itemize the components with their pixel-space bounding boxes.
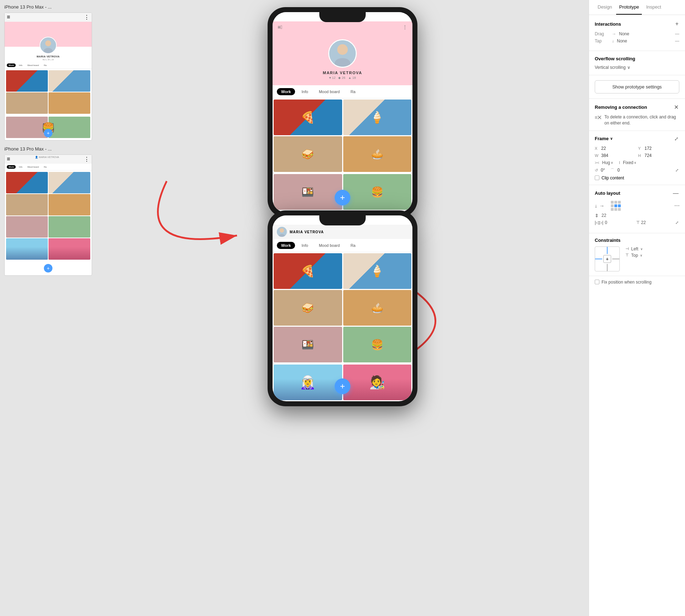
al-individual-btn[interactable]: ⤢ [675,220,679,226]
phone-tab-work-top[interactable]: Work [277,88,295,95]
show-proto-btn[interactable]: Show prototype settings [595,80,679,93]
thumb-filter-icon-2: ≡ [7,156,10,163]
al-align-grid[interactable] [611,201,621,211]
phone-tab-mood-top[interactable]: Mood board [315,88,344,95]
hug-h-chevron: ∨ [611,161,613,164]
phone-tab-work-bottom[interactable]: Work [277,242,295,249]
al-pad-tb[interactable]: ⊤ 22 [636,220,646,225]
right-panel: Design Prototype Inspect Interactions + … [589,0,685,616]
overflow-value[interactable]: Vertical scrolling ∨ [595,65,679,70]
clip-checkbox[interactable] [595,175,599,180]
interactions-section: Interactions + Drag → None — Tap ↓ None … [589,15,685,51]
thumb-cell-2-1 [6,172,48,193]
al-more-btn[interactable] [675,205,679,206]
add-fab-bottom[interactable]: + [335,378,350,394]
c-horizontal[interactable]: ⊣ Left ∨ [625,246,643,251]
compact-avatar [277,227,287,237]
thumb-tab-info-2[interactable]: Info [17,165,24,169]
drag-remove[interactable]: — [675,31,679,36]
phone-tab-mood-bottom[interactable]: Mood board [315,242,344,249]
phone-content-top: ≡⃝ ⋮ MARIA VETROVA ♥ 12◆ 26 [273,21,412,213]
add-interaction-btn[interactable]: + [675,20,679,28]
thumb-cell-4 [49,92,90,114]
thumb-add-btn-1[interactable]: + [44,129,52,137]
w-field[interactable]: W 384 [595,153,636,158]
hug-h-val[interactable]: Hug ∨ [602,160,613,165]
constraints-section: Constraints + ⊣ Left ∨ ⊤ Top ∨ [589,233,685,276]
tab-inspect[interactable]: Inspect [643,0,664,15]
thumb-tab-work-2[interactable]: Work [7,165,16,169]
thumb-cell-6 [49,117,90,138]
al-pad-lr-icon: |◁▷| [595,220,603,225]
thumb-tab-ra-2[interactable]: Ra [42,165,49,169]
iphone-mockup-bottom: MARIA VETROVA Work Info Mood board Ra [268,210,417,406]
phone-cell-bottom-3 [274,290,342,326]
al-cell-7 [611,208,614,211]
al-padding-row: |◁▷| 0 ⊤ 22 ⤢ [595,220,679,226]
phone-tab-info-top[interactable]: Info [297,88,312,95]
interactions-title: Interactions [595,21,621,27]
c-h-label: Left [631,246,638,251]
al-down-icon: ↓ [595,203,597,209]
c-v-chevron: ∨ [640,254,643,257]
autolayout-remove-btn[interactable]: — [672,189,679,197]
tab-design[interactable]: Design [595,0,615,15]
fix-scroll-checkbox[interactable] [595,280,599,284]
tap-row: Tap ↓ None — [595,39,679,44]
thumb-avatar-1 [40,37,57,54]
phone-header-top: ≡⃝ ⋮ MARIA VETROVA ♥ 12◆ 26 [273,21,412,85]
c-h-icon: ⊣ [625,246,629,251]
al-gap-value[interactable]: 22 [602,213,606,218]
tap-remove[interactable]: — [675,39,679,44]
hug-h-icon: >< [595,161,599,165]
thumb-cell-2-3 [6,194,48,215]
tap-arrow: ↓ [612,39,614,44]
al-cell-4 [611,204,614,207]
thumb-tab-mood-2[interactable]: Mood board [26,165,41,169]
c-vertical[interactable]: ⊤ Top ∨ [625,253,643,258]
thumb-toolbar-1: ≡ ⋮ [5,13,92,22]
thumb-header-1 [5,22,92,47]
left-panel: iPhone 13 Pro Max - ... ≡ ⋮ MARIA VETROV… [0,0,96,616]
x-value: 22 [601,146,606,151]
phone-avatar-top [328,39,357,68]
constraints-header: Constraints [595,238,679,243]
thumbnail-2[interactable]: ≡ 👤 MARIA VETROVA ⋮ Work Info Mood board… [4,154,92,276]
thumb-tab-info-1[interactable]: Info [17,63,24,67]
interactions-header: Interactions + [595,20,679,28]
c-line-bottom [607,264,608,271]
c-line-left [595,259,602,259]
coord-grid: X 22 Y 172 W 384 H 724 [595,146,679,158]
h-field[interactable]: H 724 [638,153,680,158]
removing-section: Removing a connection ✕ ⌗✕ To delete a c… [589,99,685,131]
expand-radius-btn[interactable]: ⤢ [675,167,679,173]
removing-close-btn[interactable]: ✕ [673,103,679,111]
phone-cell-top-3 [274,136,342,172]
thumb-cell-2-7 [6,238,48,260]
thumb-tab-ra-1[interactable]: Ra [42,63,49,67]
y-label: Y [638,146,643,151]
thumb-tab-work-1[interactable]: Work [7,63,16,67]
phone-cell-top-5 [274,174,342,210]
phone-cell-bottom-4 [343,290,412,326]
phone-tab-info-bottom[interactable]: Info [297,242,312,249]
frame-expand-btn[interactable]: ⤢ [674,135,679,142]
iphone-screen-bottom: MARIA VETROVA Work Info Mood board Ra [273,215,412,401]
y-field[interactable]: Y 172 [638,146,680,151]
proto-settings-section: Show prototype settings [589,75,685,99]
radius-field[interactable]: ⌒ 0 [610,168,620,173]
phone-tab-ra-bottom[interactable]: Ra [346,242,360,249]
thumb-add-btn-2[interactable]: + [44,264,52,273]
add-fab-top[interactable]: + [335,190,350,205]
constraints-visual: + ⊣ Left ∨ ⊤ Top ∨ [595,246,679,271]
al-pad-lr[interactable]: |◁▷| 0 [595,220,607,225]
phone-tab-ra-top[interactable]: Ra [346,88,360,95]
tab-prototype[interactable]: Prototype [616,0,642,15]
phone-body-bottom: + [273,252,412,401]
thumb-tab-mood-1[interactable]: Mood board [26,63,41,67]
rotation-field[interactable]: ↺ 0° [595,168,605,173]
thumbnail-1[interactable]: ≡ ⋮ MARIA VETROVA ♥12 ⬥ 26 ⬥ 18 Work Inf… [4,12,92,141]
hug-v-val[interactable]: Fixed ∨ [623,160,636,165]
overflow-header: Overflow scrolling [595,56,679,61]
x-field[interactable]: X 22 [595,146,636,151]
